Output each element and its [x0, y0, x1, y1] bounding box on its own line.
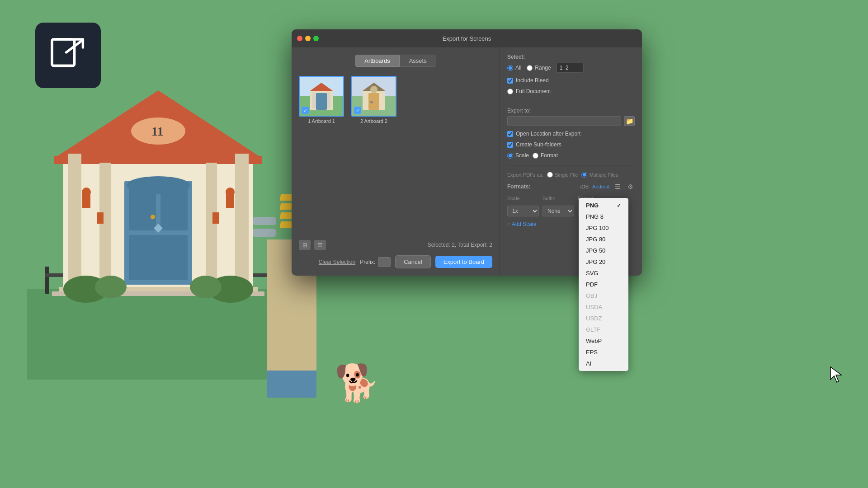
create-subfolders-row: Create Sub-folders	[507, 141, 635, 148]
artboard-thumb-1: ✓	[299, 76, 344, 117]
svg-rect-3	[27, 289, 289, 380]
svg-point-39	[95, 276, 127, 298]
minimize-button[interactable]	[305, 36, 311, 41]
traffic-lights	[297, 36, 319, 41]
tab-artboards[interactable]: Artboards	[355, 55, 399, 67]
tab-assets[interactable]: Assets	[400, 55, 436, 67]
svg-point-29	[151, 215, 155, 219]
divider-2	[507, 165, 635, 165]
artboard-item-1[interactable]: ✓ 1 Artboard 1	[299, 76, 344, 124]
dropdown-item-pdf[interactable]: PDF	[579, 279, 628, 290]
multiple-files-text: Multiple Files	[589, 172, 618, 178]
open-location-checkbox[interactable]	[507, 131, 513, 137]
scale-organize-label[interactable]: Scale	[507, 152, 529, 159]
svg-rect-45	[312, 92, 316, 108]
svg-marker-43	[310, 83, 333, 91]
select-label: Select:	[507, 54, 525, 60]
svg-point-32	[82, 188, 91, 197]
action-row: Clear Selection Prefix: Cancel Export to…	[299, 255, 492, 268]
multiple-files-label[interactable]: Multiple Files	[581, 172, 618, 178]
export-pdfs-label: Export PDFs as:	[507, 172, 543, 178]
dropdown-item-jpg50[interactable]: JPG 50	[579, 245, 628, 256]
single-file-label[interactable]: Single File	[547, 172, 578, 178]
format-organize-label[interactable]: Format	[533, 152, 558, 159]
scale-select[interactable]: 1x 2x 3x	[507, 206, 539, 216]
dropdown-item-jpg20[interactable]: JPG 20	[579, 256, 628, 267]
dropdown-item-png[interactable]: PNG ✓	[579, 200, 628, 211]
format-settings-icon[interactable]: ⚙	[626, 182, 635, 191]
dog-illustration: 🐕	[335, 362, 380, 404]
svg-rect-16	[54, 156, 262, 164]
artboard-item-2[interactable]: ✓ 2 Artboard 2	[351, 76, 396, 124]
dropdown-item-svg[interactable]: SVG	[579, 267, 628, 279]
status-row: ⊞ ☰ Selected: 2, Total Export: 2	[299, 240, 492, 250]
include-bleed-label: Include Bleed	[516, 77, 549, 84]
tabs-row: Artboards Assets	[299, 55, 492, 67]
suffix-select[interactable]: None @2x	[542, 206, 574, 216]
multiple-files-radio[interactable]	[581, 172, 587, 178]
range-radio[interactable]	[527, 65, 533, 71]
all-radio[interactable]	[507, 65, 513, 71]
dropdown-item-eps[interactable]: EPS	[579, 347, 628, 358]
artboard-2-label: 2 Artboard 2	[360, 118, 387, 124]
artboards-grid: ✓ 1 Artboard 1	[299, 72, 492, 127]
dialog-titlebar: Export for Screens	[292, 29, 642, 47]
add-scale-text: + Add Scale	[507, 221, 536, 227]
left-panel: Artboards Assets	[292, 47, 500, 276]
export-to-section: Export to: 📁	[507, 108, 635, 126]
prefix-select[interactable]	[378, 257, 391, 267]
include-bleed-row: Include Bleed	[507, 77, 635, 84]
create-subfolders-label: Create Sub-folders	[516, 141, 561, 148]
all-radio-label[interactable]: All	[507, 65, 521, 71]
dropdown-item-gltf: GLTF	[579, 324, 628, 335]
folder-button[interactable]: 📁	[624, 116, 635, 126]
scale-organize-radio[interactable]	[507, 153, 513, 159]
include-bleed-checkbox[interactable]	[507, 78, 513, 84]
range-radio-label[interactable]: Range	[527, 65, 551, 71]
artboard-2-check: ✓	[354, 107, 361, 114]
svg-rect-19	[68, 154, 81, 289]
svg-rect-20	[235, 154, 249, 289]
col-suffix-header: Suffix	[542, 196, 574, 201]
prefix-label: Prefix:	[360, 259, 375, 265]
path-bar	[507, 116, 621, 126]
dropdown-item-jpg80[interactable]: JPG 80	[579, 234, 628, 245]
dropdown-item-jpg100[interactable]: JPG 100	[579, 222, 628, 234]
dropdown-item-ai[interactable]: AI	[579, 358, 628, 369]
maximize-button[interactable]	[313, 36, 319, 41]
format-tab-android[interactable]: Android	[592, 184, 609, 189]
format-organize-radio[interactable]	[533, 153, 538, 159]
export-to-board-button[interactable]: Export to Board	[435, 256, 492, 268]
create-subfolders-checkbox[interactable]	[507, 142, 513, 148]
format-tabs: iOS Android ☰ ⚙	[580, 182, 635, 191]
prefix-row: Prefix:	[360, 257, 391, 267]
dropdown-item-usda: USDA	[579, 301, 628, 313]
grid-view-button[interactable]: ⊞	[299, 240, 311, 250]
divider-1	[507, 101, 635, 101]
svg-rect-21	[99, 163, 111, 289]
format-organize-text: Format	[541, 152, 558, 159]
list-view-button[interactable]: ☰	[314, 240, 326, 250]
clear-selection-button[interactable]: Clear Selection	[319, 259, 355, 265]
svg-point-51	[370, 86, 377, 93]
format-tab-ios[interactable]: iOS	[580, 184, 589, 189]
format-list-icon[interactable]: ☰	[613, 182, 622, 191]
open-location-label: Open Location after Export	[516, 131, 580, 137]
cancel-button[interactable]: Cancel	[395, 255, 430, 268]
status-text: Selected: 2, Total Export: 2	[428, 242, 492, 248]
full-document-radio[interactable]	[507, 89, 513, 94]
single-file-radio[interactable]	[547, 172, 553, 178]
scale-organize-text: Scale	[515, 152, 529, 159]
svg-point-40	[190, 276, 222, 298]
dropdown-item-obj: OBJ	[579, 290, 628, 301]
svg-rect-49	[368, 93, 379, 110]
svg-rect-22	[206, 163, 217, 289]
range-input[interactable]	[557, 63, 584, 73]
svg-rect-28	[129, 235, 188, 280]
open-location-row: Open Location after Export	[507, 131, 635, 137]
decorative-clouds	[253, 217, 276, 237]
dropdown-item-webp[interactable]: WebP	[579, 335, 628, 347]
close-button[interactable]	[297, 36, 302, 41]
dropdown-item-png8[interactable]: PNG 8	[579, 211, 628, 222]
svg-rect-35	[97, 212, 104, 224]
